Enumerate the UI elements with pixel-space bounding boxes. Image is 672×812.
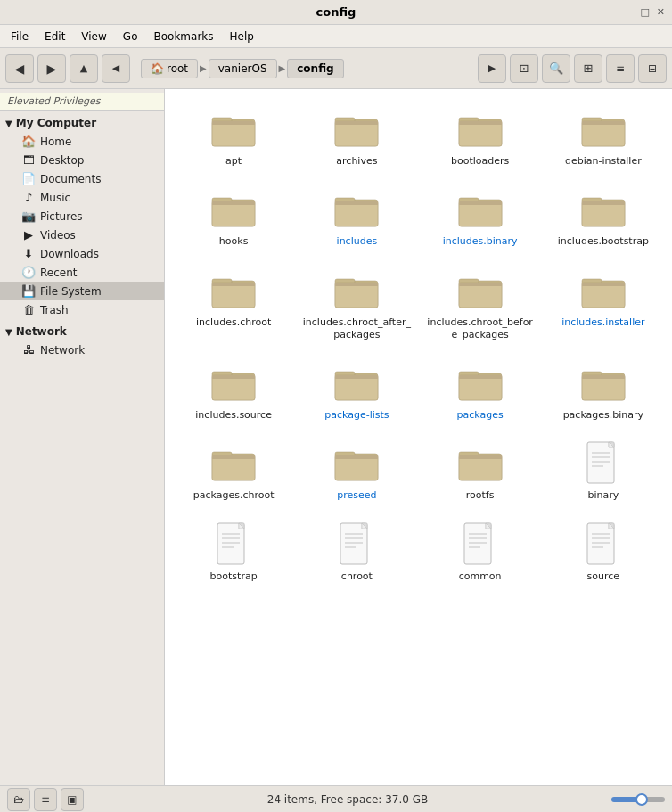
folder-icon (330, 105, 383, 152)
minimize-button[interactable]: − (625, 6, 633, 18)
nav-left-button[interactable]: ◀ (102, 54, 130, 83)
back-button[interactable]: ◀ (5, 54, 34, 83)
file-item-archives[interactable]: archives (299, 100, 414, 173)
file-item-packages-chroot[interactable]: packages.chroot (176, 434, 291, 507)
maximize-button[interactable]: □ (640, 6, 649, 18)
breadcrumb-home[interactable]: 🏠root (141, 59, 198, 78)
file-item-bootloaders[interactable]: bootloaders (422, 100, 538, 173)
file-item-package-lists[interactable]: package-lists (299, 354, 414, 427)
folder-icon (577, 359, 630, 406)
svg-rect-34 (212, 283, 255, 308)
filesystem-icon: 💾 (21, 284, 36, 298)
close-button[interactable]: ✕ (657, 6, 665, 18)
status-text: 24 items, Free space: 37.0 GB (84, 793, 611, 806)
folder-icon (454, 185, 507, 232)
menu-file[interactable]: File (4, 29, 36, 45)
folder-icon (454, 439, 507, 486)
sidebar-item-network-label: Network (40, 344, 85, 357)
file-item-includes-installer[interactable]: includes.installer (545, 261, 661, 334)
statusbar-folder-btn[interactable]: 🗁 (7, 788, 30, 811)
zoom-thumb (635, 793, 648, 806)
view-icons-button[interactable]: ⊞ (574, 54, 602, 83)
file-item-binary[interactable]: binary (545, 434, 661, 507)
menu-bookmarks[interactable]: Bookmarks (146, 29, 220, 45)
file-item-preseed[interactable]: preseed (299, 434, 414, 507)
sidebar-item-music[interactable]: ♪ Music (0, 188, 164, 207)
file-item-includes-chroot-before[interactable]: includes.chroot_before_packages (422, 261, 538, 348)
file-item-includes-binary[interactable]: includes.binary (422, 180, 538, 253)
forward-button[interactable]: ▶ (37, 54, 66, 83)
file-item-includes-chroot-after[interactable]: includes.chroot_after_packages (299, 261, 414, 348)
sidebar-item-network[interactable]: 🖧 Network (0, 340, 164, 359)
folder-icon (454, 359, 507, 406)
sidebar-item-filesystem[interactable]: 💾 File System (0, 282, 164, 300)
view-list-button[interactable]: ≡ (606, 54, 635, 83)
svg-rect-14 (582, 121, 625, 146)
folder-icon (330, 185, 383, 232)
menu-go[interactable]: Go (116, 29, 145, 45)
sidebar-item-recent[interactable]: 🕐 Recent (0, 263, 164, 282)
desktop-icon: 🗔 (21, 153, 36, 167)
view-compact-button[interactable]: ⊟ (638, 54, 667, 83)
file-item-packages[interactable]: packages (422, 354, 538, 427)
zoom-slider[interactable] (611, 797, 665, 802)
svg-rect-70 (335, 455, 378, 480)
sidebar-item-videos[interactable]: ▶ Videos (0, 226, 164, 244)
sidebar-item-trash[interactable]: 🗑 Trash (0, 300, 164, 319)
file-item-rootfs[interactable]: rootfs (422, 434, 538, 507)
file-item-packages-binary[interactable]: packages.binary (545, 354, 661, 427)
sidebar-item-downloads[interactable]: ⬇ Downloads (0, 244, 164, 263)
network-header[interactable]: ▼ Network (0, 323, 164, 340)
svg-rect-74 (459, 455, 502, 480)
file-label: includes.chroot_after_packages (302, 316, 411, 342)
menu-edit[interactable]: Edit (37, 29, 72, 45)
file-item-includes-chroot[interactable]: includes.chroot (176, 261, 291, 334)
window-controls[interactable]: − □ ✕ (625, 6, 665, 18)
sidebar-item-home[interactable]: 🏠 Home (0, 132, 164, 151)
svg-rect-19 (212, 201, 255, 205)
zoom-bar[interactable] (611, 797, 665, 802)
breadcrumb-vanieros[interactable]: vanierOS (209, 59, 277, 78)
folder-icon (577, 267, 630, 313)
bookmark-button[interactable]: ⊡ (510, 54, 538, 83)
file-label: common (459, 570, 502, 583)
sidebar-item-desktop-label: Desktop (40, 154, 85, 167)
my-computer-header[interactable]: ▼ My Computer (0, 114, 164, 132)
folder-icon (207, 439, 260, 486)
statusbar-terminal-btn[interactable]: ▣ (61, 788, 84, 811)
file-label: bootloaders (451, 155, 509, 168)
file-item-hooks[interactable]: hooks (176, 180, 291, 253)
statusbar-tree-btn[interactable]: ≡ (34, 788, 57, 811)
up-button[interactable]: ▲ (70, 54, 98, 83)
sidebar-item-pictures[interactable]: 📷 Pictures (0, 207, 164, 226)
nav-right-button[interactable]: ▶ (478, 54, 506, 83)
file-label: includes.chroot (196, 316, 271, 329)
breadcrumb-config[interactable]: config (287, 59, 343, 78)
sidebar-item-music-label: Music (40, 192, 70, 204)
menu-view[interactable]: View (74, 29, 113, 45)
search-button[interactable]: 🔍 (542, 54, 570, 83)
doc-icon (330, 521, 383, 567)
svg-rect-23 (335, 201, 378, 205)
file-item-includes[interactable]: includes (299, 180, 414, 253)
file-item-includes-source[interactable]: includes.source (176, 354, 291, 427)
file-item-apt[interactable]: apt (176, 100, 291, 173)
menu-help[interactable]: Help (223, 29, 261, 45)
svg-rect-31 (582, 201, 625, 205)
svg-rect-97 (464, 523, 491, 564)
sidebar-item-desktop[interactable]: 🗔 Desktop (0, 151, 164, 169)
svg-rect-3 (212, 121, 255, 125)
file-item-common[interactable]: common (422, 515, 538, 588)
folder-icon (577, 105, 630, 152)
svg-rect-47 (582, 283, 625, 286)
file-item-includes-bootstrap[interactable]: includes.bootstrap (545, 180, 661, 253)
sidebar-item-documents[interactable]: 📄 Documents (0, 169, 164, 188)
svg-rect-83 (217, 523, 244, 564)
file-item-chroot[interactable]: chroot (299, 515, 414, 588)
file-item-bootstrap[interactable]: bootstrap (176, 515, 291, 588)
folder-icon (207, 359, 260, 406)
file-item-source[interactable]: source (545, 515, 661, 588)
svg-rect-18 (212, 201, 255, 226)
file-label: includes.source (195, 409, 272, 422)
file-item-debian-installer[interactable]: debian-installer (545, 100, 661, 173)
